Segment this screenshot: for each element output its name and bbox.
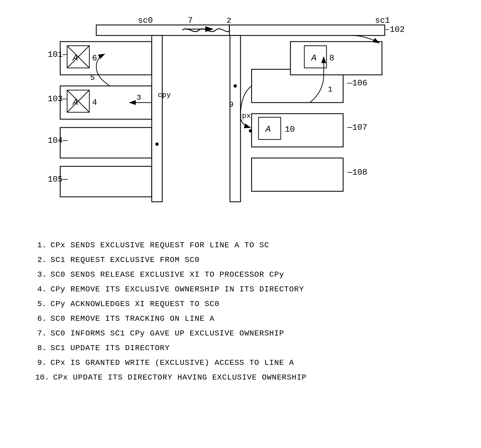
list-item: 10.CPx UPDATE ITS DIRECTORY HAVING EXCLU…	[35, 371, 446, 384]
diagram-area: sc0 7 sc1 –102 101— A 6 103—	[19, 11, 462, 227]
step-number: 6.	[35, 312, 50, 325]
svg-rect-17	[60, 128, 152, 158]
list-item: 8.SC1 UPDATE ITS DIRECTORY	[35, 341, 446, 355]
steps-list: 1.CPx SENDS EXCLUSIVE REQUEST FOR LINE A…	[19, 238, 462, 384]
step-number: 3.	[35, 268, 50, 281]
step-text: SC0 REMOVE ITS TRACKING ON LINE A	[50, 312, 446, 325]
svg-text:2: 2	[227, 16, 231, 25]
list-item: 9.CPx IS GRANTED WRITE (EXCLUSIVE) ACCES…	[35, 356, 446, 370]
step-text: CPy ACKNOWLEDGES XI REQUEST TO SC0	[50, 297, 446, 311]
step-number: 9.	[35, 356, 50, 370]
label101: 101—	[48, 50, 68, 59]
svg-text:A: A	[265, 124, 271, 134]
svg-text:1: 1	[328, 85, 333, 94]
svg-text:9: 9	[229, 100, 234, 109]
svg-text:3: 3	[136, 93, 141, 102]
list-item: 4.CPy REMOVE ITS EXCLUSIVE OWNERSHIP IN …	[35, 282, 446, 296]
step-number: 2.	[35, 253, 50, 267]
svg-rect-19	[152, 35, 162, 202]
step-number: 4.	[35, 282, 50, 296]
step-text: SC1 UPDATE ITS DIRECTORY	[50, 341, 446, 355]
list-item: 1.CPx SENDS EXCLUSIVE REQUEST FOR LINE A…	[35, 238, 446, 252]
num7: 7	[188, 16, 193, 25]
svg-rect-4	[229, 25, 385, 35]
step-text: SC1 REQUEST EXCLUSIVE FROM SC0	[50, 253, 446, 267]
diagram-svg: sc0 7 sc1 –102 101— A 6 103—	[19, 11, 462, 227]
list-item: 7.SC0 INFORMS SC1 CPy GAVE UP EXCLUSIVE …	[35, 327, 446, 340]
svg-rect-30	[230, 35, 240, 202]
svg-text:10: 10	[285, 125, 295, 134]
cpy-label: cpy	[158, 91, 171, 99]
step-text: SC0 SENDS RELEASE EXCLUSIVE XI TO PROCES…	[50, 268, 446, 281]
svg-point-28	[249, 129, 252, 133]
step-number: 1.	[35, 238, 50, 252]
svg-text:6: 6	[92, 54, 97, 63]
svg-text:A: A	[311, 53, 317, 63]
sc0-label: sc0	[138, 16, 153, 25]
step-number: 5.	[35, 297, 50, 311]
num102: –102	[385, 25, 405, 34]
label103: 103—	[48, 94, 68, 104]
sc1-label: sc1	[375, 16, 390, 25]
svg-text:8: 8	[329, 54, 334, 63]
step-text: SC0 INFORMS SC1 CPy GAVE UP EXCLUSIVE OW…	[50, 327, 446, 340]
svg-rect-29	[252, 158, 343, 191]
svg-point-22	[155, 142, 159, 146]
step-text: CPx IS GRANTED WRITE (EXCLUSIVE) ACCESS …	[50, 356, 446, 370]
label106: —106	[347, 78, 367, 88]
list-item: 2.SC1 REQUEST EXCLUSIVE FROM SC0	[35, 253, 446, 267]
step-number: 7.	[35, 327, 50, 340]
step-text: CPx UPDATE ITS DIRECTORY HAVING EXCLUSIV…	[53, 371, 446, 384]
step-text: CPy REMOVE ITS EXCLUSIVE OWNERSHIP IN IT…	[50, 282, 446, 296]
label104: 104—	[48, 136, 68, 145]
label107: —107	[347, 123, 367, 132]
list-item: 6.SC0 REMOVE ITS TRACKING ON LINE A	[35, 312, 446, 325]
svg-text:5: 5	[90, 73, 95, 82]
svg-rect-2	[96, 25, 229, 35]
page-container: sc0 7 sc1 –102 101— A 6 103—	[19, 11, 462, 385]
svg-text:4: 4	[92, 98, 97, 107]
svg-rect-18	[60, 166, 152, 197]
step-text: CPx SENDS EXCLUSIVE REQUEST FOR LINE A T…	[50, 238, 446, 252]
list-item: 3.SC0 SENDS RELEASE EXCLUSIVE XI TO PROC…	[35, 268, 446, 281]
list-item: 5.CPy ACKNOWLEDGES XI REQUEST TO SC0	[35, 297, 446, 311]
label105: 105—	[48, 175, 68, 184]
svg-point-31	[234, 84, 237, 88]
label108: —108	[347, 168, 367, 177]
step-number: 10.	[35, 371, 53, 384]
step-number: 8.	[35, 341, 50, 355]
